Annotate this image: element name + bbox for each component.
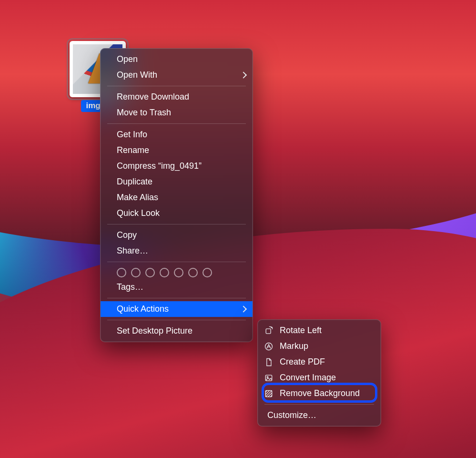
tag-color[interactable]	[188, 268, 198, 277]
menu-item-label: Get Info	[117, 130, 147, 140]
menu-item-label: Rename	[117, 145, 149, 155]
menu-item-rename[interactable]: Rename	[101, 142, 253, 158]
tag-color[interactable]	[203, 268, 212, 277]
menu-item-label: Open With	[117, 70, 157, 80]
desktop[interactable]: img_0 Open Open With Remove Download Mov…	[0, 0, 476, 458]
menu-item-label: Duplicate	[117, 177, 152, 187]
submenu-item-customize[interactable]: Customize…	[258, 407, 381, 423]
menu-separator	[107, 86, 246, 86]
tags-color-row	[101, 265, 253, 279]
menu-item-share[interactable]: Share…	[101, 243, 253, 259]
tag-color[interactable]	[117, 268, 126, 277]
menu-item-compress[interactable]: Compress “img_0491”	[101, 158, 253, 174]
menu-item-set-desktop-picture[interactable]: Set Desktop Picture	[101, 323, 253, 339]
menu-item-label: Quick Look	[117, 208, 160, 218]
submenu-item-convert-image[interactable]: Convert Image	[258, 370, 381, 386]
document-icon	[263, 357, 274, 367]
menu-separator	[107, 298, 246, 298]
menu-item-get-info[interactable]: Get Info	[101, 127, 253, 142]
submenu-item-rotate-left[interactable]: Rotate Left	[258, 323, 381, 338]
menu-item-label: Remove Download	[117, 92, 189, 102]
menu-item-open-with[interactable]: Open With	[101, 67, 253, 83]
submenu-item-markup[interactable]: Markup	[258, 338, 381, 354]
tag-color[interactable]	[131, 268, 141, 277]
menu-item-tags[interactable]: Tags…	[101, 279, 253, 295]
menu-item-open[interactable]: Open	[101, 51, 253, 67]
menu-item-label: Move to Trash	[117, 108, 171, 118]
menu-item-label: Open	[117, 54, 138, 64]
menu-item-quick-look[interactable]: Quick Look	[101, 205, 253, 221]
menu-item-label: Tags…	[117, 282, 143, 292]
submenu-item-label: Markup	[280, 341, 308, 351]
submenu-item-label: Remove Background	[280, 388, 360, 398]
menu-separator	[107, 262, 246, 262]
context-menu: Open Open With Remove Download Move to T…	[100, 48, 253, 342]
menu-item-label: Quick Actions	[117, 304, 169, 314]
submenu-item-remove-background[interactable]: Remove Background	[258, 386, 381, 401]
menu-separator	[107, 123, 246, 124]
menu-item-copy[interactable]: Copy	[101, 227, 253, 243]
rotate-left-icon	[263, 326, 274, 336]
menu-item-remove-download[interactable]: Remove Download	[101, 89, 253, 105]
markup-icon	[263, 341, 274, 352]
remove-background-icon	[263, 388, 274, 399]
menu-item-label: Make Alias	[117, 193, 158, 203]
menu-item-label: Compress “img_0491”	[117, 161, 202, 171]
tag-color[interactable]	[160, 268, 169, 277]
menu-item-duplicate[interactable]: Duplicate	[101, 174, 253, 190]
submenu-item-label: Convert Image	[280, 373, 336, 383]
image-icon	[263, 373, 274, 383]
menu-separator	[107, 224, 246, 224]
menu-item-make-alias[interactable]: Make Alias	[101, 190, 253, 205]
tag-color[interactable]	[174, 268, 183, 277]
menu-item-label: Set Desktop Picture	[117, 326, 192, 336]
menu-separator	[264, 404, 374, 405]
menu-separator	[107, 320, 246, 320]
submenu-item-create-pdf[interactable]: Create PDF	[258, 354, 381, 370]
menu-item-label: Share…	[117, 246, 148, 256]
menu-item-label: Copy	[117, 230, 137, 240]
tag-color[interactable]	[145, 268, 155, 277]
submenu-item-label: Rotate Left	[280, 326, 322, 336]
svg-rect-0	[266, 328, 271, 333]
submenu-item-label: Create PDF	[280, 357, 325, 367]
menu-item-quick-actions[interactable]: Quick Actions	[101, 301, 253, 317]
submenu-item-label: Customize…	[267, 410, 316, 420]
menu-item-move-to-trash[interactable]: Move to Trash	[101, 105, 253, 121]
quick-actions-submenu: Rotate Left Markup Create PDF Convert Im…	[257, 319, 381, 427]
